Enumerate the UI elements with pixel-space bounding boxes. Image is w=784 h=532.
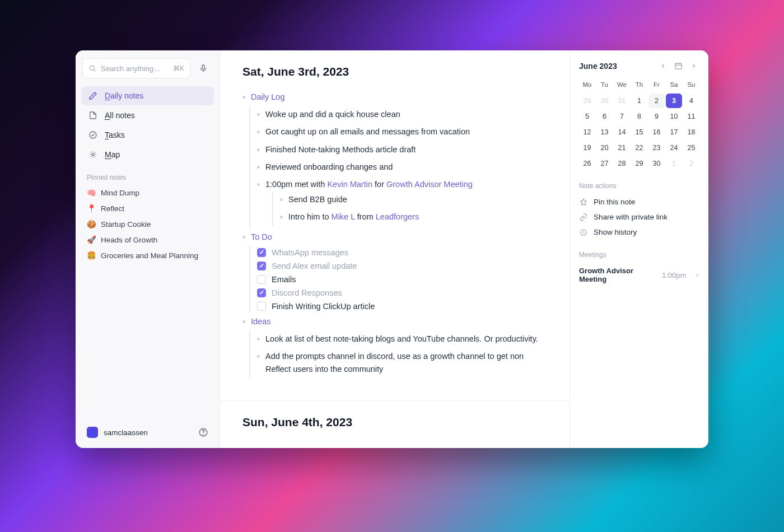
todo-text[interactable]: WhatsApp messages [272,248,348,257]
pinned-item-1[interactable]: 📍Reflect [80,200,215,216]
inline-link[interactable]: Kevin Martin [327,180,372,189]
calendar-day[interactable]: 10 [666,109,682,124]
calendar-day[interactable]: 21 [614,141,630,155]
map-icon [88,150,98,159]
bullet-text[interactable]: Reviewed onboarding changes and [265,161,393,174]
svg-point-0 [90,66,94,70]
calendar-day[interactable]: 24 [666,141,682,155]
bullet-dot-icon [257,355,260,358]
note-title: Sun, June 4th, 2023 [242,416,547,429]
calendar-day[interactable]: 13 [596,125,613,139]
bullet-text[interactable]: Intro him to Mike L from Leadforgers [288,211,419,223]
calendar-today-button[interactable] [672,60,685,71]
calendar-day[interactable]: 7 [614,109,630,124]
calendar-day[interactable]: 28 [614,156,630,171]
calendar-day[interactable]: 16 [648,125,665,139]
pinned-item-2[interactable]: 🍪Startup Cookie [80,216,215,232]
calendar-day[interactable]: 3 [666,94,682,108]
calendar-next-button[interactable] [688,62,699,71]
calendar-prev-button[interactable] [657,62,669,71]
inline-link[interactable]: Growth Advisor Meeting [386,180,473,189]
section-heading[interactable]: Ideas [251,315,270,328]
daily-note: Sun, June 4th, 2023 [220,401,570,448]
calendar-day[interactable]: 14 [614,125,630,139]
link-icon [579,213,588,221]
todo-item: Emails [257,273,547,286]
note-action-link[interactable]: Share with private link [579,209,699,225]
calendar-day[interactable]: 2 [683,156,699,171]
calendar-day[interactable]: 12 [579,125,595,139]
todo-text[interactable]: Finish Writing ClickUp article [272,302,375,311]
bullet-text[interactable]: Add the prompts channel in discord, use … [265,350,547,376]
calendar-day[interactable]: 27 [596,156,613,171]
username[interactable]: samclaassen [104,428,148,437]
calendar-day[interactable]: 20 [596,141,613,155]
checkbox[interactable] [257,275,266,284]
bullet-text[interactable]: Woke up and did a quick house clean [265,108,400,121]
calendar-day[interactable]: 1 [631,94,647,108]
history-icon [579,228,588,236]
pinned-label: Reflect [101,204,124,213]
bullet-text[interactable]: Send B2B guide [288,193,347,206]
note-action-history[interactable]: Show history [579,225,699,240]
calendar-day[interactable]: 30 [596,94,613,108]
bullet-text[interactable]: Got caught up on all emails and messages… [265,125,470,138]
calendar-day[interactable]: 9 [648,109,665,124]
calendar-day[interactable]: 26 [579,156,595,171]
add-meeting-button[interactable]: + [695,271,699,279]
main-content[interactable]: Sat, June 3rd, 2023 Daily Log Woke up an… [220,50,570,448]
bullet-dot-icon [242,96,245,99]
bullet-dot-icon [257,183,260,186]
bullet-text[interactable]: Finished Note-taking Methods article dra… [265,143,416,156]
inline-link[interactable]: Leadforgers [376,212,419,221]
calendar-day[interactable]: 18 [683,125,699,139]
calendar-day[interactable]: 5 [579,109,595,124]
todo-text[interactable]: Send Alex email update [272,262,357,270]
checkbox[interactable] [257,248,266,257]
checkbox[interactable] [257,302,266,311]
nav-item-2[interactable]: Tasks [81,125,214,144]
checkbox[interactable] [257,288,266,297]
calendar-day[interactable]: 23 [648,141,665,155]
todo-text[interactable]: Emails [272,275,296,284]
bullet-text[interactable]: Look at list of best note-taking blogs a… [265,333,538,346]
search-row: Search anything... ⌘K [80,58,215,78]
calendar-day[interactable]: 15 [631,125,647,139]
calendar-day[interactable]: 8 [631,109,647,124]
voice-input-button[interactable] [194,59,213,78]
search-input[interactable]: Search anything... ⌘K [82,58,190,78]
calendar-day[interactable]: 29 [579,94,595,108]
calendar-day[interactable]: 19 [579,141,595,155]
nav-item-1[interactable]: All notes [81,106,214,125]
nav-item-3[interactable]: Map [81,145,214,164]
calendar-day[interactable]: 31 [614,94,630,108]
calendar-day[interactable]: 4 [683,94,699,108]
meeting-item[interactable]: Growth Advisor Meeting 1:00pm + [579,263,699,287]
pinned-item-3[interactable]: 🚀Heads of Growth [80,232,215,248]
calendar-day[interactable]: 25 [683,141,699,155]
pinned-item-4[interactable]: 🍔Groceries and Meal Planning [80,248,215,263]
calendar-day[interactable]: 11 [683,109,699,124]
calendar-day[interactable]: 6 [596,109,613,124]
calendar-day[interactable]: 22 [631,141,647,155]
note-action-pin[interactable]: Pin this note [579,194,699,209]
calendar-day[interactable]: 30 [648,156,665,171]
svg-point-3 [90,132,96,138]
calendar-day[interactable]: 17 [666,125,682,139]
calendar-dow: Fr [648,79,665,92]
bullet-item: 1:00pm met with Kevin Martin for Growth … [257,176,547,228]
pinned-notes-label: Pinned notes [80,165,215,185]
calendar-day[interactable]: 29 [631,156,647,171]
calendar-day[interactable]: 1 [666,156,682,171]
inline-link[interactable]: Mike L [332,212,355,221]
pinned-item-0[interactable]: 🧠Mind Dump [80,185,215,200]
section-heading[interactable]: Daily Log [251,91,284,104]
calendar-day[interactable]: 2 [648,94,665,108]
avatar[interactable] [87,427,98,438]
section-heading[interactable]: To Do [251,231,272,244]
help-button[interactable] [198,427,208,437]
todo-text[interactable]: Discord Responses [272,288,342,297]
checkbox[interactable] [257,262,266,270]
bullet-text[interactable]: 1:00pm met with Kevin Martin for Growth … [265,178,473,226]
nav-item-0[interactable]: Daily notes [81,86,214,105]
